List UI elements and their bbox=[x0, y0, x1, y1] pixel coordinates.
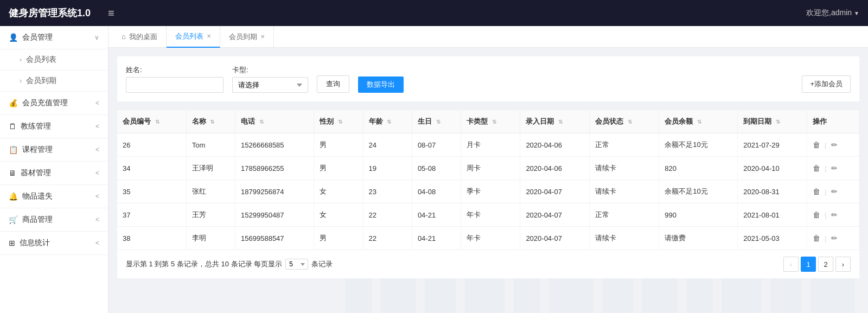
sort-icon-balance[interactable]: ⇅ bbox=[697, 119, 701, 125]
edit-button[interactable]: ✏ bbox=[831, 164, 838, 173]
next-page-button[interactable]: › bbox=[835, 257, 851, 272]
trainer-icon: 🗒 bbox=[9, 122, 16, 131]
edit-button[interactable]: ✏ bbox=[831, 234, 838, 242]
cell-member-id: 34 bbox=[117, 157, 186, 180]
cell-actions: 🗑 | ✏ bbox=[807, 157, 859, 180]
name-filter-input[interactable] bbox=[126, 77, 224, 93]
cell-balance: 请缴费 bbox=[659, 227, 738, 250]
sidebar-item-trainer-management[interactable]: 🗒 教练管理 < bbox=[0, 115, 108, 138]
header-left: 健身房管理系统1.0 ≡ bbox=[9, 7, 114, 20]
sidebar-item-lost-found[interactable]: 🔔 物品遗失 < bbox=[0, 185, 108, 208]
cell-age: 23 bbox=[363, 180, 412, 203]
cell-card-type: 月卡 bbox=[461, 133, 520, 157]
sidebar-item-goods-management[interactable]: 🛒 商品管理 < bbox=[0, 208, 108, 232]
sidebar-label-trainer: 教练管理 bbox=[21, 122, 51, 131]
cell-entry-date: 2020-04-06 bbox=[520, 133, 590, 157]
tab-member-expiry-close[interactable]: ✕ bbox=[260, 34, 265, 40]
page-2-button[interactable]: 2 bbox=[818, 257, 833, 272]
sidebar-item-member-management[interactable]: 👤 会员管理 ∨ bbox=[0, 26, 108, 49]
delete-button[interactable]: 🗑 bbox=[813, 210, 820, 219]
sidebar-item-member-expiry[interactable]: › 会员到期 bbox=[0, 71, 108, 92]
tab-member-list[interactable]: 会员列表 ✕ bbox=[167, 26, 220, 48]
cell-actions: 🗑 | ✏ bbox=[807, 180, 859, 203]
per-page-suffix: 条记录 bbox=[311, 259, 333, 269]
tab-member-expiry[interactable]: 会员到期 ✕ bbox=[220, 26, 274, 48]
sort-icon-status[interactable]: ⇅ bbox=[628, 119, 632, 125]
sort-icon-entry-date[interactable]: ⇅ bbox=[558, 119, 563, 125]
sidebar-label-stats: 信息统计 bbox=[20, 238, 50, 248]
per-page-select[interactable]: 5 10 20 bbox=[285, 259, 308, 270]
sidebar-item-member-recharge[interactable]: 💰 会员充值管理 < bbox=[0, 92, 108, 115]
sort-icon-phone[interactable]: ⇅ bbox=[259, 119, 264, 125]
app-header: 健身房管理系统1.0 ≡ 欢迎您,admin ▼ bbox=[0, 0, 868, 26]
add-member-button[interactable]: +添加会员 bbox=[802, 75, 851, 93]
col-gender: 性别 ⇅ bbox=[314, 110, 363, 133]
col-entry-date: 录入日期 ⇅ bbox=[520, 110, 590, 133]
action-separator: | bbox=[825, 211, 826, 219]
table-row: 34 王泽明 17858966255 男 19 05-08 周卡 2020-04… bbox=[117, 157, 859, 180]
table-section: 会员编号 ⇅ 名称 ⇅ 电话 ⇅ 性别 ⇅ 年龄 ⇅ 生日 ⇅ 卡类型 ⇅ 录入… bbox=[117, 110, 859, 278]
sidebar-label-lost: 物品遗失 bbox=[22, 191, 53, 201]
cell-name: 李明 bbox=[186, 227, 235, 250]
col-actions: 操作 bbox=[807, 110, 859, 133]
delete-button[interactable]: 🗑 bbox=[813, 187, 820, 196]
sort-icon-expiry-date[interactable]: ⇅ bbox=[776, 119, 780, 125]
menu-toggle-icon[interactable]: ≡ bbox=[108, 7, 114, 20]
sort-icon-name[interactable]: ⇅ bbox=[210, 119, 214, 125]
course-icon: 📋 bbox=[9, 145, 18, 154]
tab-dashboard[interactable]: ⌂ 我的桌面 bbox=[113, 26, 167, 48]
tab-member-expiry-label: 会员到期 bbox=[229, 32, 257, 42]
edit-button[interactable]: ✏ bbox=[831, 187, 838, 196]
sidebar-item-info-stats[interactable]: ⊞ 信息统计 < bbox=[0, 232, 108, 255]
tab-member-list-close[interactable]: ✕ bbox=[207, 33, 211, 39]
cell-phone: 15266668585 bbox=[235, 133, 314, 157]
query-button[interactable]: 查询 bbox=[317, 75, 349, 93]
cell-gender: 女 bbox=[314, 180, 363, 203]
cell-status: 请续卡 bbox=[590, 180, 659, 203]
cell-status: 请续卡 bbox=[590, 227, 659, 250]
sort-icon-age[interactable]: ⇅ bbox=[387, 119, 391, 125]
delete-button[interactable]: 🗑 bbox=[813, 234, 820, 242]
col-name: 名称 ⇅ bbox=[186, 110, 235, 133]
action-separator: | bbox=[825, 234, 826, 242]
export-button[interactable]: 数据导出 bbox=[358, 76, 404, 93]
page-1-button[interactable]: 1 bbox=[801, 257, 816, 272]
sidebar-arrow-equipment: < bbox=[95, 169, 99, 177]
cell-age: 19 bbox=[363, 157, 412, 180]
cell-balance: 余额不足10元 bbox=[659, 133, 738, 157]
tab-member-list-label: 会员列表 bbox=[175, 31, 203, 41]
sidebar-arrow-recharge: < bbox=[95, 99, 99, 107]
sidebar-item-member-list[interactable]: › 会员列表 bbox=[0, 49, 108, 71]
cell-age: 22 bbox=[363, 227, 412, 250]
sort-icon-member-id[interactable]: ⇅ bbox=[155, 119, 159, 125]
sort-icon-card-type[interactable]: ⇅ bbox=[492, 119, 496, 125]
sort-icon-gender[interactable]: ⇅ bbox=[338, 119, 342, 125]
cell-expiry-date: 2021-08-01 bbox=[738, 203, 807, 227]
col-card-type: 卡类型 ⇅ bbox=[461, 110, 520, 133]
tabs-bar: ⌂ 我的桌面 会员列表 ✕ 会员到期 ✕ bbox=[108, 26, 868, 48]
prev-page-button[interactable]: ‹ bbox=[783, 257, 799, 272]
card-type-filter-select[interactable]: 请选择 月卡 周卡 季卡 年卡 bbox=[232, 77, 308, 93]
table-row: 26 Tom 15266668585 男 24 08-07 月卡 2020-04… bbox=[117, 133, 859, 157]
sort-icon-birthday[interactable]: ⇅ bbox=[436, 119, 441, 125]
table-row: 35 张红 18799256874 女 23 04-08 季卡 2020-04-… bbox=[117, 180, 859, 203]
pagination-info: 显示第 1 到第 5 条记录，总共 10 条记录 每页显示 5 10 20 条记… bbox=[126, 259, 333, 270]
sidebar-label-member-management: 会员管理 bbox=[22, 33, 53, 42]
cell-actions: 🗑 | ✏ bbox=[807, 227, 859, 250]
edit-button[interactable]: ✏ bbox=[831, 140, 838, 149]
page-area: 姓名: 卡型: 请选择 月卡 周卡 季卡 年卡 查询 数据导出 +添加会员 bbox=[108, 48, 868, 313]
cell-entry-date: 2020-04-07 bbox=[520, 227, 590, 250]
sidebar-item-equipment-management[interactable]: 🖥 器材管理 < bbox=[0, 162, 108, 185]
cell-card-type: 年卡 bbox=[461, 227, 520, 250]
sidebar-arrow-course: < bbox=[95, 146, 99, 154]
sidebar-arrow-goods: < bbox=[95, 216, 99, 223]
cell-expiry-date: 2021-07-29 bbox=[738, 133, 807, 157]
user-dropdown-icon[interactable]: ▼ bbox=[854, 10, 859, 16]
delete-button[interactable]: 🗑 bbox=[813, 140, 820, 149]
table-body: 26 Tom 15266668585 男 24 08-07 月卡 2020-04… bbox=[117, 133, 859, 250]
sidebar-arrow-stats: < bbox=[95, 239, 99, 247]
edit-button[interactable]: ✏ bbox=[831, 210, 838, 219]
sidebar-item-course-management[interactable]: 📋 课程管理 < bbox=[0, 138, 108, 162]
delete-button[interactable]: 🗑 bbox=[813, 164, 820, 173]
cell-birthday: 04-08 bbox=[412, 180, 461, 203]
